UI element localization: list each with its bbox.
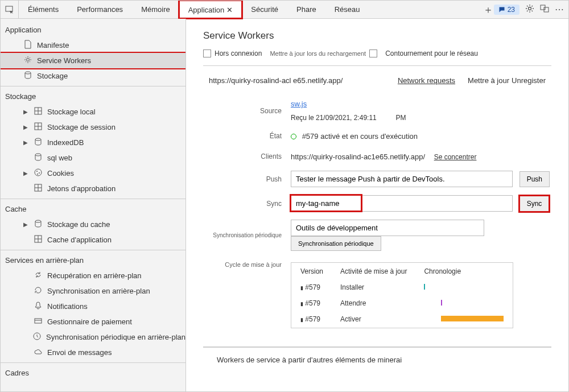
close-icon[interactable]: ✕ xyxy=(226,6,233,14)
update-link[interactable]: Mettre à jour xyxy=(468,76,509,85)
add-tab-icon[interactable]: ＋ xyxy=(483,4,494,15)
sidebar-item-periodic-sync[interactable]: ▶Synchronisation périodique en arrière-p… xyxy=(1,329,185,345)
sidebar-item-label: Stockage de session xyxy=(47,123,116,131)
th-timeline: Chronologie xyxy=(416,264,512,279)
sidebar-item-label: IndexedDB xyxy=(47,138,84,147)
sidebar-item-trust-tokens[interactable]: ▶Jetons d'approbation xyxy=(1,181,185,196)
sidebar-item-manifest[interactable]: Manifeste xyxy=(1,38,185,53)
row-activity: Activer xyxy=(332,312,415,327)
row-version: #579 xyxy=(305,315,320,323)
sidebar-item-session-storage[interactable]: ▶Stockage de session xyxy=(1,119,185,135)
dock-icon[interactable] xyxy=(540,4,549,15)
sync-label: Sync xyxy=(204,192,290,215)
svg-point-15 xyxy=(35,220,41,222)
sidebar-item-payment[interactable]: ▶Gestionnaire de paiement xyxy=(1,314,185,329)
sidebar-item-label: Stockage du cache xyxy=(47,220,110,229)
options-row: Hors connexion Mettre à jour lors du rec… xyxy=(203,49,551,57)
tab-lighthouse[interactable]: Phare xyxy=(287,1,325,18)
gear-icon[interactable] xyxy=(525,4,534,15)
tab-application[interactable]: Application ✕ xyxy=(179,1,242,18)
sidebar-item-notifications[interactable]: ▶Notifications xyxy=(1,299,185,314)
periodic-sync-button[interactable]: Synchronisation périodique xyxy=(291,236,381,251)
update-reload-checkbox[interactable] xyxy=(369,49,377,57)
sidebar-item-storage[interactable]: Stockage xyxy=(1,68,185,84)
periodic-sync-input[interactable] xyxy=(291,220,484,236)
sidebar-item-label: Synchronisation périodique en arrière-pl… xyxy=(46,333,185,341)
svg-point-13 xyxy=(37,174,38,175)
sync-button[interactable]: Sync xyxy=(519,196,550,212)
bypass-label: Contournement pour le réseau xyxy=(385,49,478,57)
update-cycle-label: Cycle de mise à jour xyxy=(204,255,290,332)
unregister-link[interactable]: Unregister xyxy=(512,76,546,85)
sidebar-item-cache-storage[interactable]: ▶Stockage du cache xyxy=(1,217,185,232)
offline-label: Hors connexion xyxy=(215,49,262,57)
row-activity: Installer xyxy=(332,280,415,295)
sidebar-item-local-storage[interactable]: ▶Stockage local xyxy=(1,104,185,119)
more-icon[interactable]: ⋯ xyxy=(555,4,564,15)
source-link[interactable]: sw.js xyxy=(291,100,307,108)
sidebar-item-label: Stockage xyxy=(37,72,68,80)
sidebar-item-label: Service Workers xyxy=(37,56,91,65)
sidebar-item-label: Notifications xyxy=(47,302,88,311)
sidebar-group-cache: Cache xyxy=(1,201,185,217)
received-text: Reçu le 21/09/2021, 2:49:11 xyxy=(291,114,377,122)
cloud-icon xyxy=(34,347,43,358)
row-activity: Attendre xyxy=(332,296,415,311)
sidebar-item-push[interactable]: ▶Envoi de messages xyxy=(1,345,185,360)
tab-elements[interactable]: Éléments xyxy=(19,1,68,18)
sidebar-item-label: Gestionnaire de paiement xyxy=(47,317,132,326)
sidebar-group-bg-services: Services en arrière-plan xyxy=(1,253,185,268)
tab-network[interactable]: Réseau xyxy=(325,1,369,18)
sidebar-item-app-cache[interactable]: ▶Cache d'application xyxy=(1,232,185,247)
network-requests-link[interactable]: Network requests xyxy=(398,76,455,85)
tab-performance[interactable]: Performances xyxy=(68,1,132,18)
push-button[interactable]: Push xyxy=(519,171,550,187)
clock-icon xyxy=(32,332,42,343)
inspect-element-icon[interactable] xyxy=(1,1,19,18)
svg-point-4 xyxy=(27,59,30,61)
tab-memory[interactable]: Mémoire xyxy=(132,1,179,18)
offline-checkbox[interactable] xyxy=(203,49,211,57)
sidebar-item-label: sql web xyxy=(47,154,72,162)
clients-label: Clients xyxy=(204,147,290,166)
row-version: #579 xyxy=(305,283,320,291)
sidebar-item-label: Envoi de messages xyxy=(47,348,112,357)
status-dot-icon xyxy=(291,134,296,139)
push-input[interactable] xyxy=(291,171,513,187)
database-icon xyxy=(34,152,43,163)
update-cycle-table: Version Activité de mise à jour Chronolo… xyxy=(291,262,513,328)
sync-input[interactable] xyxy=(291,195,513,212)
sidebar-item-bg-sync[interactable]: ▶Synchronisation en arrière-plan xyxy=(1,283,185,299)
tab-application-label: Application xyxy=(188,6,225,14)
sidebar-item-bg-fetch[interactable]: ▶Récupération en arrière-plan xyxy=(1,268,185,283)
focus-link[interactable]: Se concentrer xyxy=(434,153,477,161)
svg-point-10 xyxy=(35,169,42,176)
card-icon xyxy=(34,316,43,327)
svg-point-9 xyxy=(35,154,41,156)
svg-rect-17 xyxy=(35,319,42,323)
gear-small-icon xyxy=(23,55,32,66)
database-icon xyxy=(34,219,43,230)
received-suffix: PM xyxy=(395,114,406,122)
row-version: #579 xyxy=(305,299,320,307)
page-title: Service Workers xyxy=(203,30,551,42)
cookie-icon xyxy=(34,168,43,179)
sidebar-item-indexeddb[interactable]: ▶IndexedDB xyxy=(1,135,185,150)
grid-icon xyxy=(34,183,43,194)
main-panel: Service Workers Hors connexion Mettre à … xyxy=(186,19,568,392)
sync-icon xyxy=(34,270,43,281)
tab-security[interactable]: Sécurité xyxy=(242,1,287,18)
sidebar-item-label: Manifeste xyxy=(37,41,69,49)
status-label: État xyxy=(204,126,290,146)
th-activity: Activité de mise à jour xyxy=(332,264,415,279)
sidebar-item-service-workers[interactable]: Service Workers xyxy=(1,53,185,68)
messages-badge[interactable]: 23 xyxy=(494,5,519,15)
refresh-icon xyxy=(34,286,43,296)
database-icon xyxy=(34,137,43,148)
grid-icon xyxy=(34,234,43,245)
messages-count: 23 xyxy=(508,6,515,14)
sidebar-item-cookies[interactable]: ▶Cookies xyxy=(1,166,185,181)
sidebar-item-label: Cache d'application xyxy=(47,236,112,244)
periodic-sync-label: Synchronisation périodique xyxy=(204,216,290,254)
sidebar-item-websql[interactable]: ▶sql web xyxy=(1,150,185,166)
